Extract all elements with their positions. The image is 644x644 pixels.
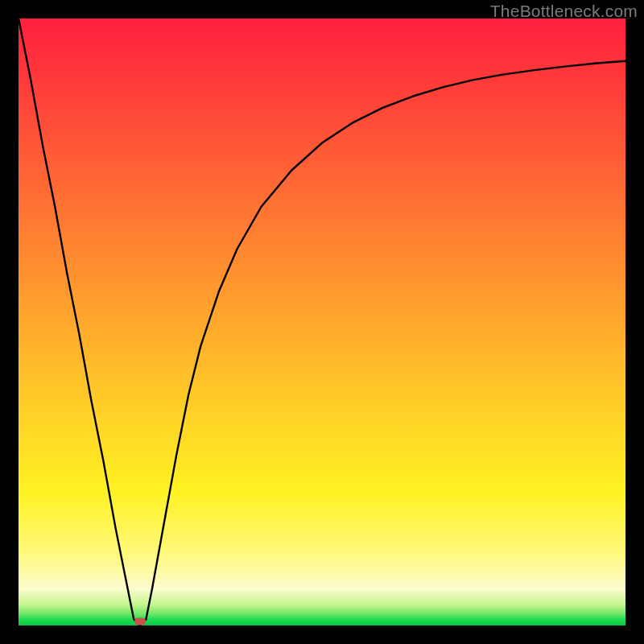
plot-area	[19, 19, 625, 625]
chart-stage: TheBottleneck.com	[0, 0, 644, 644]
bottleneck-curve	[19, 19, 625, 625]
curve-path	[19, 19, 625, 625]
optimal-point-marker	[134, 617, 146, 625]
